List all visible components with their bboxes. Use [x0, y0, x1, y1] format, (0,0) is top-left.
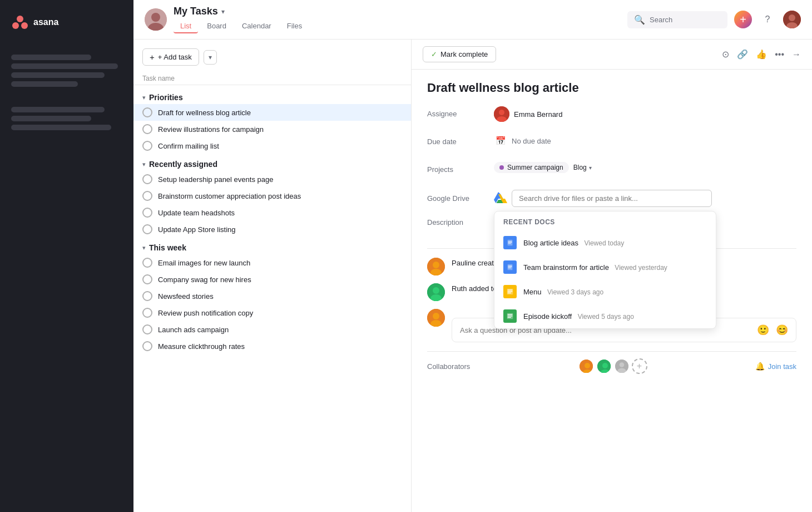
- add-task-dropdown[interactable]: ▾: [204, 50, 217, 65]
- task-item[interactable]: Review illustrations for campaign: [133, 121, 411, 137]
- header-tabs: List Board Calendar Files: [174, 19, 627, 33]
- task-item[interactable]: Company swag for new hires: [133, 271, 411, 288]
- plus-icon: +: [150, 52, 155, 62]
- collaborator-avatar[interactable]: [578, 358, 594, 374]
- section-title: Priorities: [149, 93, 183, 102]
- tab-files[interactable]: Files: [280, 19, 309, 33]
- add-task-button[interactable]: + + Add task: [142, 48, 199, 66]
- svg-point-4: [151, 13, 160, 22]
- header: My Tasks ▾ List Board Calendar Files 🔍 S…: [133, 0, 812, 40]
- chevron-down-icon: ▾: [142, 244, 146, 252]
- task-item[interactable]: Draft for wellness blog article: [133, 104, 411, 121]
- chevron-down-icon: ▾: [589, 165, 592, 171]
- svg-rect-23: [508, 293, 511, 293]
- task-label: Review push notification copy: [158, 309, 253, 317]
- task-checkbox[interactable]: [142, 308, 152, 318]
- section-this-week[interactable]: ▾ This week: [133, 238, 411, 254]
- subtask-icon[interactable]: ⊙: [722, 49, 729, 60]
- task-checkbox[interactable]: [142, 224, 152, 234]
- task-checkbox[interactable]: [142, 191, 152, 201]
- svg-point-41: [602, 363, 608, 368]
- task-item[interactable]: Review push notification copy: [133, 304, 411, 321]
- svg-point-45: [617, 368, 626, 373]
- projects-label: Projects: [427, 162, 494, 174]
- task-label: Update team headshots: [158, 209, 235, 217]
- task-item[interactable]: Setup leadership panel events page: [133, 171, 411, 188]
- task-item[interactable]: Brainstorm customer appreciation post id…: [133, 188, 411, 204]
- add-collaborator-button[interactable]: +: [632, 358, 647, 374]
- task-item[interactable]: Newsfeed stories: [133, 288, 411, 304]
- task-checkbox[interactable]: [142, 341, 152, 351]
- svg-rect-25: [508, 314, 513, 315]
- task-checkbox[interactable]: [142, 291, 152, 301]
- sidebar-nav-skeleton: [11, 63, 118, 69]
- task-checkbox[interactable]: [142, 107, 152, 117]
- join-task-label: Join task: [768, 362, 796, 371]
- gdrive-doc-item[interactable]: Blog article ideas Viewed today: [494, 230, 716, 255]
- task-checkbox[interactable]: [142, 208, 152, 218]
- mark-complete-button[interactable]: ✓ Mark complete: [423, 46, 496, 62]
- search-bar[interactable]: 🔍 Search: [627, 11, 727, 28]
- gdrive-doc-name: Blog article ideas: [523, 239, 578, 247]
- task-checkbox[interactable]: [142, 174, 152, 184]
- svg-rect-21: [508, 290, 513, 291]
- blog-label: Blog: [573, 164, 587, 171]
- link-icon[interactable]: 🔗: [737, 49, 748, 60]
- header-user-avatar[interactable]: [783, 11, 801, 28]
- section-recently-assigned[interactable]: ▾ Recently assigned: [133, 154, 411, 171]
- task-checkbox[interactable]: [142, 124, 152, 134]
- svg-rect-22: [508, 291, 513, 292]
- like-icon[interactable]: 👍: [756, 49, 767, 60]
- gdrive-doc-time: Viewed 5 days ago: [578, 313, 634, 321]
- task-item[interactable]: Confirm mailing list: [133, 137, 411, 154]
- close-icon[interactable]: →: [792, 50, 801, 60]
- tab-calendar[interactable]: Calendar: [235, 19, 278, 33]
- due-date-text: No due date: [512, 137, 551, 145]
- task-item[interactable]: Update team headshots: [133, 204, 411, 221]
- bell-icon: 🔔: [755, 362, 765, 371]
- chevron-down-icon[interactable]: ▾: [221, 8, 225, 16]
- assignee-field: Assignee Emma Bernard: [427, 106, 796, 126]
- task-item[interactable]: Update App Store listing: [133, 221, 411, 238]
- gdrive-doc-info: Blog article ideas Viewed today: [523, 238, 624, 248]
- gdrive-doc-item[interactable]: Episode kickoff Viewed 5 days ago: [494, 304, 716, 328]
- task-item[interactable]: Measure clickthrough rates: [133, 338, 411, 355]
- task-item[interactable]: Email images for new launch: [133, 254, 411, 271]
- more-options-icon[interactable]: •••: [775, 50, 784, 60]
- gdrive-input-row: [494, 190, 796, 207]
- google-drive-search-input[interactable]: [512, 190, 712, 207]
- gdrive-doc-item[interactable]: Menu Viewed 3 days ago: [494, 279, 716, 304]
- mark-complete-label: Mark complete: [440, 50, 488, 58]
- task-label: Company swag for new hires: [158, 275, 251, 284]
- task-label: Email images for new launch: [158, 259, 250, 267]
- emoji-icon[interactable]: 🙂: [757, 324, 769, 336]
- task-checkbox[interactable]: [142, 274, 152, 284]
- sidebar: asana: [0, 0, 133, 512]
- tab-board[interactable]: Board: [200, 19, 233, 33]
- gdrive-doc-item[interactable]: Team brainstorm for article Viewed yeste…: [494, 255, 716, 279]
- svg-point-1: [12, 22, 19, 29]
- detail-toolbar: ✓ Mark complete ⊙ 🔗 👍 ••• →: [412, 40, 812, 70]
- add-button[interactable]: +: [734, 11, 752, 28]
- sidebar-nav-skeleton: [11, 55, 91, 60]
- task-item[interactable]: Launch ads campaign: [133, 321, 411, 338]
- task-label: Measure clickthrough rates: [158, 342, 245, 351]
- svg-point-29: [433, 262, 439, 268]
- project-tag[interactable]: Summer campaign: [494, 162, 569, 173]
- task-checkbox[interactable]: [142, 324, 152, 334]
- collaborator-avatar[interactable]: [596, 358, 612, 374]
- tab-list[interactable]: List: [174, 19, 198, 33]
- section-priorities[interactable]: ▾ Priorities: [133, 87, 411, 104]
- svg-point-0: [17, 16, 23, 22]
- gdrive-doc-time: Viewed 3 days ago: [547, 288, 603, 296]
- emoji-icon-2[interactable]: 😊: [776, 324, 788, 336]
- help-button[interactable]: ?: [759, 11, 776, 28]
- task-checkbox[interactable]: [142, 141, 152, 151]
- assignee-name: Emma Bernard: [514, 110, 562, 119]
- assignee-avatar: [494, 106, 509, 122]
- due-date-field: Due date 📅 No due date: [427, 134, 796, 154]
- blog-tag[interactable]: Blog ▾: [573, 164, 592, 171]
- join-task-button[interactable]: 🔔 Join task: [755, 362, 796, 371]
- checkmark-icon: ✓: [431, 50, 437, 58]
- task-checkbox[interactable]: [142, 258, 152, 268]
